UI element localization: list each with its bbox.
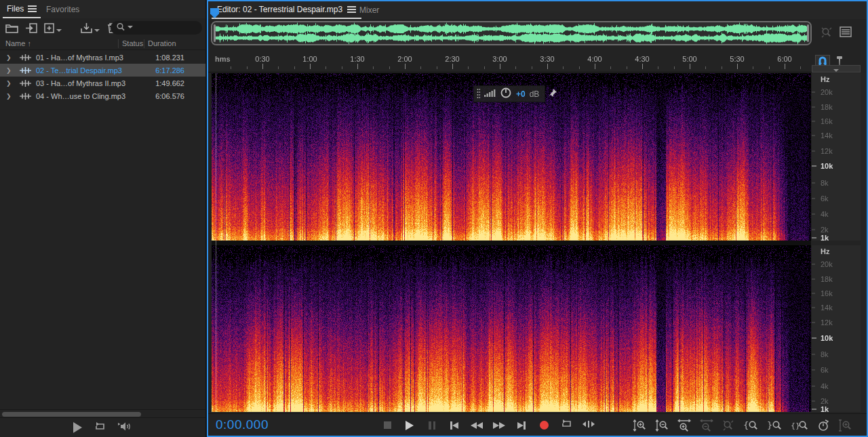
- timeline-ruler[interactable]: hms 0:301:001:302:002:303:003:304:004:30…: [208, 53, 812, 72]
- loop-playback-button[interactable]: [561, 420, 572, 431]
- svg-text:{: {: [743, 420, 749, 430]
- frequency-label: 6k: [821, 366, 829, 374]
- hud-drag-handle[interactable]: [477, 88, 480, 100]
- zoom-reset-overview-icon[interactable]: [821, 26, 833, 41]
- frequency-scale-right[interactable]: Hz20k18k16k14k12k10k8k6k4k2k1k: [812, 245, 861, 412]
- frequency-scroll-button[interactable]: [812, 65, 861, 72]
- spectrogram-area[interactable]: [212, 73, 811, 412]
- zoom-in-at-inpoint-button[interactable]: {: [743, 419, 758, 432]
- zoom-out-horizontal-button[interactable]: [700, 419, 713, 432]
- spectrogram-channel-right[interactable]: [212, 245, 811, 412]
- import-file-button[interactable]: [25, 23, 37, 33]
- waveform-file-icon: [20, 54, 31, 61]
- ruler-tick: [231, 66, 231, 69]
- search-options-icon[interactable]: [127, 26, 133, 28]
- overview-waveform-canvas[interactable]: [212, 22, 810, 44]
- file-duration: 6:17.286: [155, 66, 184, 75]
- expand-chevron-icon[interactable]: ❯: [6, 67, 13, 74]
- zoom-in-at-outpoint-button[interactable]: }: [767, 419, 782, 432]
- ruler-tick: [610, 66, 611, 69]
- ruler-tick: [674, 66, 675, 69]
- zoom-reset-button[interactable]: [722, 419, 734, 432]
- zoom-out-vertical-button[interactable]: [655, 419, 669, 432]
- frequency-label: 10k: [821, 162, 833, 170]
- gain-value[interactable]: +0: [516, 89, 526, 99]
- frequency-label: 12k: [821, 147, 833, 155]
- search-input[interactable]: [111, 21, 202, 35]
- rewind-button[interactable]: [471, 420, 482, 431]
- file-row[interactable]: ❯ 01 - Ha…of Mythras I.mp3 1:08.231: [0, 51, 205, 64]
- frequency-scale-left[interactable]: Hz20k18k16k14k12k10k8k6k4k2k1k: [812, 73, 861, 241]
- new-file-button[interactable]: [44, 23, 62, 33]
- ruler-tick-label: 4:30: [635, 55, 649, 63]
- sort-asc-icon: ↑: [27, 39, 31, 47]
- ruler-tick: [389, 66, 390, 69]
- time-display[interactable]: 0:00.000: [216, 417, 269, 432]
- editor-display-options-icon[interactable]: [840, 26, 852, 40]
- ruler-tick: [437, 66, 437, 69]
- frequency-tick: [812, 386, 815, 386]
- tab-editor[interactable]: Editor: 02 - Terrestrial Despair.mp3: [212, 1, 361, 19]
- play-button[interactable]: [404, 420, 415, 431]
- insert-into-multitrack-button[interactable]: [81, 22, 100, 33]
- ruler-tick: [294, 66, 295, 69]
- tab-favorites[interactable]: Favorites: [42, 0, 83, 18]
- column-name[interactable]: Name ↑: [5, 39, 31, 47]
- zoom-in-horizontal-button[interactable]: [677, 419, 691, 432]
- tab-files[interactable]: Files: [3, 0, 41, 18]
- transport-controls: [382, 414, 594, 436]
- skip-to-start-button[interactable]: [449, 420, 460, 431]
- waveform-overview[interactable]: [211, 21, 812, 45]
- frequency-label: 14k: [821, 131, 833, 140]
- stop-button[interactable]: [382, 420, 393, 431]
- open-file-button[interactable]: [5, 23, 18, 33]
- volume-bars-icon: [484, 88, 496, 100]
- frequency-tick: [812, 106, 815, 107]
- pause-button[interactable]: [427, 420, 437, 431]
- expand-chevron-icon[interactable]: ❯: [6, 93, 13, 100]
- skip-to-end-button[interactable]: [516, 420, 527, 431]
- zoom-to-selection-button[interactable]: {}: [791, 419, 808, 432]
- file-duration: 1:08.231: [155, 54, 184, 62]
- frequency-label: 1k: [821, 405, 829, 413]
- preview-loop-button[interactable]: [94, 421, 106, 434]
- zoom-full-button[interactable]: [838, 419, 852, 432]
- column-status[interactable]: Status: [122, 39, 143, 47]
- ruler-tick: [468, 66, 469, 69]
- ruler-tick: [310, 64, 311, 69]
- expand-chevron-icon[interactable]: ❯: [6, 54, 13, 61]
- ruler-tick-label: 2:30: [445, 55, 459, 63]
- ruler-tick: [705, 66, 706, 69]
- fast-forward-button[interactable]: [494, 420, 505, 431]
- gain-hud[interactable]: +0 dB: [473, 85, 545, 102]
- frequency-label: 16k: [821, 117, 833, 125]
- gain-knob-icon[interactable]: [500, 87, 512, 102]
- column-duration[interactable]: Duration: [148, 39, 176, 47]
- panel-menu-icon[interactable]: [28, 4, 37, 14]
- preview-play-button[interactable]: [73, 422, 82, 433]
- zoom-in-vertical-button[interactable]: [633, 419, 646, 432]
- expand-chevron-icon[interactable]: ❯: [6, 80, 13, 87]
- record-button[interactable]: [538, 420, 549, 431]
- file-row[interactable]: ❯ 03 - Ha…of Mythras II.mp3 1:49.662: [0, 77, 205, 89]
- range-handle-right[interactable]: [807, 24, 809, 42]
- range-handle-left[interactable]: [214, 24, 216, 42]
- ruler-tick: [326, 66, 326, 69]
- frequency-label: 8k: [821, 179, 829, 187]
- files-horizontal-scrollbar[interactable]: [0, 409, 205, 418]
- ruler-tick: [785, 64, 785, 69]
- preview-autoplay-button[interactable]: [118, 421, 132, 434]
- file-row[interactable]: ❯ 04 - Wh…use to Cling.mp3 6:06.576: [0, 89, 205, 102]
- ruler-tick: [452, 64, 453, 69]
- ruler-unit-label: hms: [215, 55, 231, 63]
- hud-pin-button[interactable]: [546, 87, 559, 102]
- scrollbar-thumb[interactable]: [2, 412, 141, 417]
- skip-selection-button[interactable]: [583, 420, 594, 431]
- frequency-label: 6k: [821, 194, 829, 203]
- file-duration: 1:49.662: [155, 79, 184, 87]
- zoom-timer-button[interactable]: [817, 419, 829, 432]
- ruler-tick: [373, 66, 374, 69]
- tab-mixer[interactable]: Mixer: [354, 1, 384, 19]
- file-row-selected[interactable]: ❯ 02 - Te…trial Despair.mp3 6:17.286: [0, 64, 205, 77]
- ruler-tick: [595, 64, 595, 69]
